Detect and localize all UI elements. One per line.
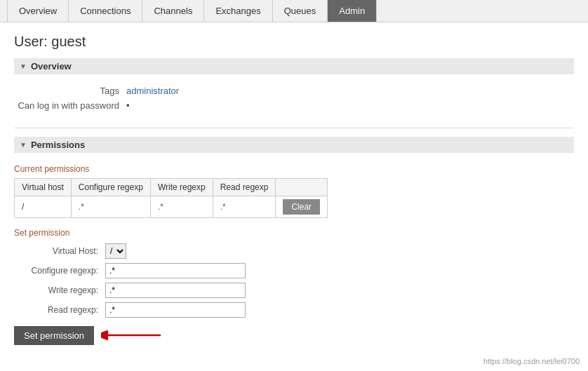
tags-label: Tags: [14, 86, 126, 96]
clear-button[interactable]: Clear: [283, 199, 320, 215]
main-content: User: guest ▼ Overview Tags administrato…: [0, 22, 588, 364]
set-permission-label: Set permission: [14, 228, 574, 238]
permissions-section-label: Permissions: [31, 140, 85, 150]
configure-regexp-input[interactable]: [105, 263, 246, 278]
row-actions: Clear: [276, 196, 328, 218]
row-configure: .*: [71, 196, 150, 218]
nav-queues[interactable]: Queues: [273, 0, 328, 22]
divider: [14, 128, 574, 128]
virtual-host-select[interactable]: /: [105, 243, 126, 259]
login-label: Can log in with password: [14, 100, 126, 111]
col-write: Write regexp: [150, 179, 213, 196]
nav-admin[interactable]: Admin: [328, 0, 377, 22]
overview-section-label: Overview: [31, 61, 72, 72]
login-row: Can log in with password •: [14, 100, 574, 111]
permissions-content: Current permissions Virtual host Configu…: [14, 160, 574, 353]
current-permissions-label: Current permissions: [14, 164, 574, 174]
nav-exchanges[interactable]: Exchanges: [204, 0, 272, 22]
login-value: •: [126, 100, 130, 111]
overview-section-header[interactable]: ▼ Overview: [14, 58, 574, 74]
write-regexp-row: Write regexp:: [14, 283, 574, 298]
permissions-arrow-icon: ▼: [20, 141, 27, 149]
red-arrow-icon: [101, 325, 164, 346]
write-regexp-label: Write regexp:: [14, 285, 105, 295]
footer-url: https://blog.csdn.net/lei0700: [483, 357, 580, 365]
set-permission-button-row: Set permission: [14, 325, 574, 346]
configure-regexp-label: Configure regexp:: [14, 266, 105, 276]
read-regexp-input[interactable]: [105, 302, 246, 318]
set-permission-form: Virtual Host: / Configure regexp: Write …: [14, 243, 574, 346]
tags-row: Tags administrator: [14, 86, 574, 96]
page-title: User: guest: [14, 34, 574, 50]
tags-value: administrator: [126, 86, 179, 96]
virtual-host-row: Virtual Host: /: [14, 243, 574, 259]
tags-link[interactable]: administrator: [126, 86, 179, 96]
virtual-host-label: Virtual Host:: [14, 246, 105, 256]
col-read: Read regexp: [213, 179, 276, 196]
table-row: / .* .* .* Clear: [15, 196, 328, 218]
row-vhost: /: [15, 196, 72, 218]
configure-regexp-row: Configure regexp:: [14, 263, 574, 278]
read-regexp-label: Read regexp:: [14, 305, 105, 315]
top-navigation: Overview Connections Channels Exchanges …: [0, 0, 588, 22]
col-actions: [276, 179, 328, 196]
col-configure: Configure regexp: [71, 179, 150, 196]
row-write: .*: [150, 196, 213, 218]
read-regexp-row: Read regexp:: [14, 302, 574, 318]
permissions-section-header[interactable]: ▼ Permissions: [14, 137, 574, 153]
set-permission-button[interactable]: Set permission: [14, 326, 94, 345]
row-read: .*: [213, 196, 276, 218]
nav-overview[interactable]: Overview: [7, 0, 69, 22]
overview-content: Tags administrator Can log in with passw…: [14, 81, 574, 122]
permissions-table: Virtual host Configure regexp Write rege…: [14, 178, 328, 218]
nav-connections[interactable]: Connections: [69, 0, 142, 22]
nav-channels[interactable]: Channels: [142, 0, 204, 22]
overview-arrow-icon: ▼: [20, 62, 27, 70]
col-vhost: Virtual host: [15, 179, 72, 196]
write-regexp-input[interactable]: [105, 283, 246, 298]
